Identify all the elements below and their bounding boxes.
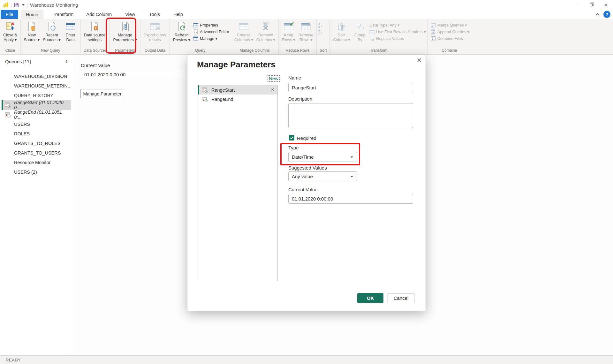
query-item[interactable]: QUERY_HISTORY [2,91,71,100]
button-label: Use First Row as Headers ▾ [376,29,426,34]
button-label: Manage [118,33,132,38]
suggested-values-value: Any value [292,174,313,179]
collapse-sidebar-icon[interactable]: ‹ [65,58,67,64]
enter-data-button[interactable]: Enter Data [62,20,79,42]
new-source-button[interactable]: New Source ▾ [22,20,41,42]
choose-columns-button: Choose Columns ▾ [233,20,255,42]
query-item[interactable]: ROLES [2,129,71,139]
button-label: Enter [66,33,75,38]
group-label-sort: Sort [318,47,328,54]
canvas-current-value-label: Current Value [81,63,110,68]
ribbon-group-reduce-rows: Keep Rows ▾ Remove Rows ▾ Reduce Rows [279,19,317,54]
tab-transform[interactable]: Transform [48,10,79,19]
name-input[interactable] [288,83,413,92]
tab-help[interactable]: Help [169,10,188,19]
new-parameter-link[interactable]: New [268,75,280,82]
query-item[interactable]: WAREHOUSE_METERIN... [2,81,71,91]
collapse-ribbon-icon[interactable] [595,13,600,17]
window-title: Warehouse Monitoring [30,2,78,8]
button-label: Close & [3,33,17,38]
suggested-values-label: Suggested Values [288,165,327,171]
restore-icon [590,4,593,6]
chevron-down-icon [351,176,353,178]
merge-queries-icon [431,23,436,28]
export-query-results-button: Export query results [142,20,168,42]
ribbon-group-transform: Split Column ▾ Group By Data Type: Any ▾ [330,19,428,54]
button-label: Combine Files [437,36,463,41]
queries-header: Queries [11] [5,59,31,64]
query-item[interactable]: USERS (2) [2,167,71,177]
query-item[interactable]: WAREHOUSE_DIVISION [2,72,71,81]
button-label: Properties [200,23,218,27]
cancel-button[interactable]: Cancel [388,293,414,303]
suggested-values-dropdown[interactable]: Any value [288,171,357,181]
group-by-button: Group By [352,20,368,42]
button-label: Apply ▾ [4,38,17,42]
button-label: New [28,33,36,38]
use-first-row-as-headers-button: Use First Row as Headers ▾ [369,28,426,35]
query-item[interactable]: USERS [2,119,71,129]
minimize-button[interactable] [569,0,584,10]
close-window-button[interactable]: × [598,0,613,10]
properties-button[interactable]: Properties [193,22,229,28]
button-label: Advanced Editor [200,30,229,34]
dialog-current-value-input[interactable] [288,194,413,204]
ribbon-group-manage-columns: Choose Columns ▾ Remove Columns ▾ Manage… [231,19,279,54]
group-label-parameters: Parameters [111,47,138,54]
close-apply-button[interactable]: Close & Apply ▾ [2,20,19,42]
data-source-settings-icon [89,21,100,32]
restore-button[interactable] [584,0,598,10]
titlebar-separator [11,3,11,7]
button-label: Group [354,33,366,38]
button-label: Columns ▾ [234,38,253,42]
parameter-icon [5,102,11,108]
dialog-close-icon[interactable]: × [417,55,422,65]
merge-queries-button: Merge Queries ▾ [431,22,469,28]
export-query-results-icon [150,21,160,32]
description-textarea[interactable] [288,103,413,128]
query-item-rangestart[interactable]: RangeStart (01.01.2020 0... [2,100,71,110]
manage-parameter-button[interactable]: Manage Parameter [80,89,124,98]
data-source-settings-button[interactable]: Data source settings [82,20,107,42]
recent-sources-button[interactable]: Recent Sources ▾ [41,20,62,42]
ok-button[interactable]: OK [357,293,383,303]
ribbon-corner-controls: ? [596,11,610,18]
help-icon[interactable]: ? [603,11,610,18]
required-checkbox[interactable] [289,135,294,140]
use-first-row-as-headers-icon [369,29,375,34]
parameter-row-rangeend[interactable]: RangeEnd [198,95,277,104]
button-label: Data source [84,33,105,38]
group-label-combine: Combine [429,47,469,54]
ribbon-group-sort: AZ ↓ ZA ↓ Sort [317,19,330,54]
query-item-rangeend[interactable]: RangeEnd (01.01.2051 0:... [2,110,71,119]
check-icon [290,136,293,139]
ribbon-tab-bar: File Home Transform Add Column View Tool… [0,10,613,19]
delete-parameter-icon[interactable]: × [271,87,274,93]
query-item[interactable]: Resource Monitor [2,158,71,167]
keep-rows-icon [284,21,294,32]
button-label: Merge Queries ▾ [437,23,467,27]
query-item[interactable]: GRANTS_TO_USERS [2,148,71,158]
button-label: Choose [237,33,251,38]
button-label: Export query [144,33,166,38]
tab-tools[interactable]: Tools [144,10,165,19]
refresh-preview-button[interactable]: Refresh Preview ▾ [171,20,192,42]
tab-file[interactable]: File [1,10,18,19]
type-dropdown[interactable]: Date/Time [288,152,357,162]
ribbon-group-output-data: Export query results Output Data [140,19,170,54]
quick-access-dropdown-icon[interactable] [22,4,25,6]
minimize-icon [575,5,578,5]
save-icon[interactable] [14,3,19,7]
split-column-button: Split Column ▾ [331,20,352,42]
ribbon-group-data-sources: Data source settings Data Sources [81,19,110,54]
tab-home[interactable]: Home [21,10,43,19]
button-label: Data Type: Any ▾ [369,23,399,27]
tab-add-column[interactable]: Add Column [81,10,117,19]
manage-parameters-button[interactable]: Manage Parameters ▾ [111,20,138,42]
manage-button[interactable]: Manage ▾ [193,35,229,42]
advanced-editor-button[interactable]: Advanced Editor [193,28,229,35]
manage-parameters-dialog: Manage Parameters × New RangeStart × Ran… [187,55,426,311]
query-item[interactable]: GRANTS_TO_ROLES [2,139,71,148]
parameter-row-rangestart[interactable]: RangeStart × [198,85,277,95]
tab-view[interactable]: View [120,10,140,19]
